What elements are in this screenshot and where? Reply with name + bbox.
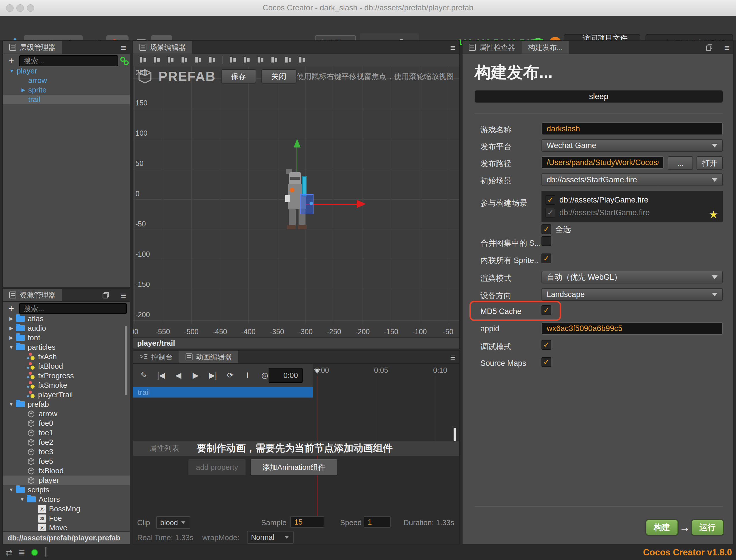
menu-icon[interactable]: ≡	[121, 43, 126, 53]
asset-item-Actors[interactable]: ▼Actors	[3, 495, 130, 504]
add-asset-button[interactable]: +	[6, 303, 17, 314]
align-bottom-icon[interactable]	[167, 56, 175, 64]
start-scene-select[interactable]: db://assets/StartGame.fire	[542, 173, 723, 186]
tab-inspector[interactable]: 属性检查器	[463, 41, 522, 54]
align-right-icon[interactable]	[209, 56, 216, 64]
tab-assets[interactable]: 资源管理器	[3, 289, 62, 301]
hierarchy-node-player[interactable]: ▼player	[3, 66, 130, 76]
add-animation-component-button[interactable]: 添加Animation组件	[251, 459, 337, 475]
step-forward-icon[interactable]: ▶|	[208, 371, 218, 380]
speed-input[interactable]	[364, 516, 391, 528]
hierarchy-search-input[interactable]	[19, 55, 118, 66]
loop-icon[interactable]: ⟳	[225, 371, 235, 380]
tab-console[interactable]: >Ξ 控制台	[133, 351, 179, 363]
appid-input[interactable]	[542, 322, 723, 335]
expander-icon[interactable]: ▶	[6, 316, 16, 322]
asset-item-font[interactable]: ▶font	[3, 333, 130, 343]
assets-search-input[interactable]	[19, 303, 127, 314]
expander-icon[interactable]: ▶	[18, 87, 28, 93]
timeline-scrollbar[interactable]	[454, 428, 456, 441]
node-breadcrumb[interactable]: player/trail	[133, 337, 459, 349]
edit-icon[interactable]: ✎	[139, 371, 149, 380]
asset-item-fxBlood[interactable]: fxBlood	[3, 362, 130, 371]
server-log-icon[interactable]: ≣	[18, 548, 25, 557]
assets-scrollbar[interactable]	[125, 326, 127, 395]
asset-item-fxBlood[interactable]: fxBlood	[3, 466, 130, 476]
render-mode-select[interactable]: 自动（优先 WebGL）	[542, 271, 723, 283]
orientation-select[interactable]: Landscape	[542, 288, 723, 301]
tab-animation-editor[interactable]: 动画编辑器	[179, 351, 238, 363]
asset-item-particles[interactable]: ▼particles	[3, 343, 130, 352]
menu-icon[interactable]: ≡	[121, 290, 126, 301]
scene-list-item[interactable]: db://assets/StartGame.fire	[546, 206, 719, 219]
menu-icon[interactable]: ≡	[450, 43, 456, 53]
tab-scene-editor[interactable]: 场景编辑器	[133, 41, 192, 54]
expander-icon[interactable]: ▼	[17, 497, 27, 502]
menu-icon[interactable]: ≡	[450, 352, 456, 363]
insert-key-icon[interactable]: I	[243, 371, 252, 380]
asset-item-fxSmoke[interactable]: fxSmoke	[3, 381, 130, 390]
distribute-top-icon[interactable]	[229, 56, 237, 64]
run-button[interactable]: 运行	[691, 520, 724, 535]
expander-icon[interactable]: ▶	[6, 335, 16, 341]
asset-item-audio[interactable]: ▶audio	[3, 323, 130, 333]
refresh-assets-icon[interactable]: ⇄	[6, 548, 12, 557]
select-all-checkbox[interactable]	[542, 224, 551, 234]
align-left-icon[interactable]	[181, 56, 188, 64]
distribute-bottom-icon[interactable]	[257, 56, 264, 64]
save-prefab-button[interactable]: 保存	[221, 69, 256, 84]
asset-item-playerTrail[interactable]: playerTrail	[3, 390, 130, 400]
current-time-display[interactable]: 0:00	[268, 368, 302, 383]
close-prefab-button[interactable]: 关闭	[261, 69, 296, 84]
source-maps-checkbox[interactable]	[542, 357, 551, 367]
debug-mode-checkbox[interactable]	[542, 340, 551, 350]
scene-list-item[interactable]: db://assets/PlayGame.fire	[546, 194, 719, 206]
asset-item-foe5[interactable]: foe5	[3, 457, 130, 466]
clip-select[interactable]: blood	[156, 516, 190, 529]
platform-select[interactable]: Wechat Game	[542, 139, 723, 152]
sample-input[interactable]	[290, 516, 324, 528]
asset-item-foe1[interactable]: foe1	[3, 428, 130, 438]
play-icon[interactable]: ▶	[191, 371, 200, 380]
asset-item-foe2[interactable]: foe2	[3, 438, 130, 447]
hierarchy-node-sprite[interactable]: ▶sprite	[3, 85, 130, 95]
wrapmode-select[interactable]: Normal	[247, 531, 294, 544]
asset-item-arrow[interactable]: arrow	[3, 409, 130, 419]
skip-start-icon[interactable]: |◀	[156, 371, 166, 380]
asset-item-Foe[interactable]: JSFoe	[3, 514, 130, 523]
detach-panel-icon[interactable]	[102, 292, 109, 300]
step-back-icon[interactable]: ◀	[173, 371, 183, 380]
add-property-button[interactable]: add property	[188, 459, 245, 475]
add-node-button[interactable]: +	[6, 55, 17, 66]
asset-item-atlas[interactable]: ▶atlas	[3, 314, 130, 323]
inline-sprites-checkbox[interactable]	[542, 253, 551, 263]
open-path-button[interactable]: 打开	[697, 156, 723, 170]
distribute-right-icon[interactable]	[298, 56, 306, 64]
expander-icon[interactable]: ▼	[6, 487, 16, 493]
select-all-row[interactable]: 全选	[542, 224, 571, 234]
align-v-center-icon[interactable]	[153, 56, 161, 64]
asset-item-Move[interactable]: JSMove	[3, 523, 130, 531]
expander-icon[interactable]: ▶	[6, 325, 16, 331]
scene-checkbox[interactable]	[546, 208, 555, 217]
align-h-center-icon[interactable]	[195, 56, 202, 64]
distribute-h-center-icon[interactable]	[285, 56, 292, 64]
scene-checkbox[interactable]	[546, 195, 555, 205]
asset-item-fxAsh[interactable]: fxAsh	[3, 352, 130, 362]
asset-item-fxProgress[interactable]: fxProgress	[3, 371, 130, 381]
align-top-icon[interactable]	[139, 56, 147, 64]
tab-build[interactable]: 构建发布...	[522, 41, 569, 54]
browse-path-button[interactable]: ...	[668, 156, 693, 170]
expander-icon[interactable]: ▼	[6, 345, 16, 350]
expander-icon[interactable]: ▼	[7, 68, 17, 74]
record-icon[interactable]: ◎	[260, 371, 270, 380]
asset-item-foe3[interactable]: foe3	[3, 447, 130, 457]
animation-track-trail[interactable]: trail	[133, 387, 313, 398]
hierarchy-node-arrow[interactable]: arrow	[3, 76, 130, 85]
game-name-input[interactable]	[542, 122, 723, 135]
detach-panel-icon[interactable]	[705, 44, 713, 52]
menu-icon[interactable]: ≡	[724, 43, 730, 53]
scene-canvas[interactable]: PREFAB 保存 关闭 使用鼠标右键平移视窗焦点，使用滚轮缩放视图	[133, 66, 459, 338]
asset-item-scripts[interactable]: ▼scripts	[3, 485, 130, 495]
tab-hierarchy[interactable]: 层级管理器	[3, 41, 62, 54]
